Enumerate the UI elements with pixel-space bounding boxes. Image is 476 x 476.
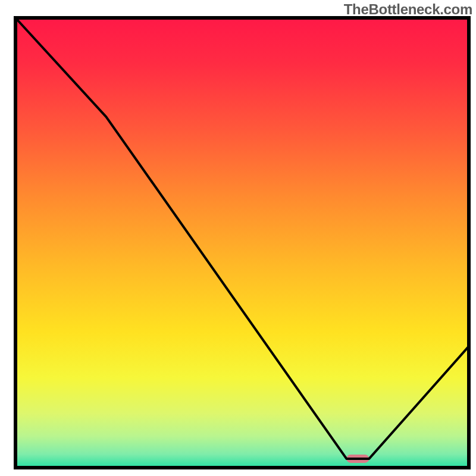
plot-area xyxy=(15,18,469,468)
chart-container: TheBottleneck.com xyxy=(0,0,476,476)
bottleneck-chart xyxy=(0,0,476,476)
gradient-background xyxy=(15,18,469,468)
watermark-text: TheBottleneck.com xyxy=(344,1,472,18)
